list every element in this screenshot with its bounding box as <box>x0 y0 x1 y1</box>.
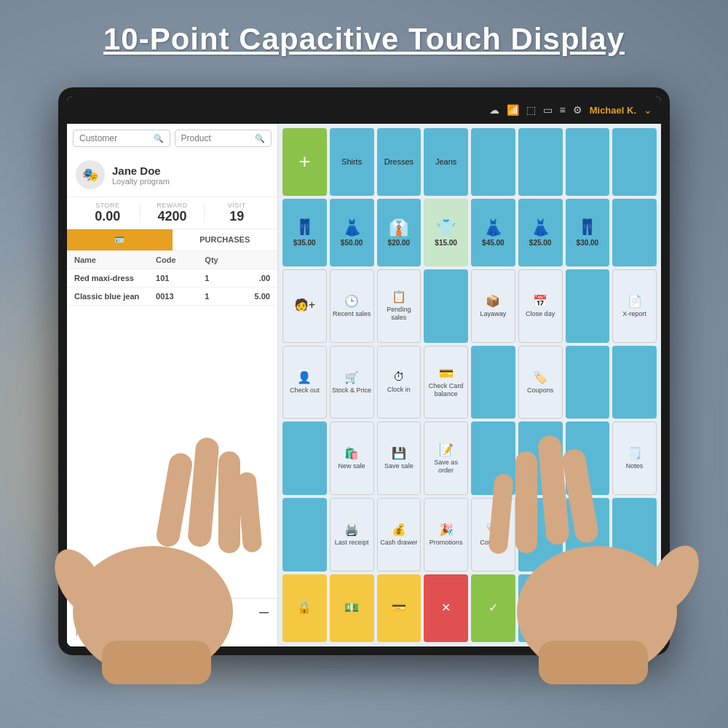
save-sale-button[interactable]: 💾 Save sale <box>377 422 422 495</box>
stats-row: STORE 0.00 REWARD 4200 VISIT 19 <box>67 197 277 229</box>
close-day-button[interactable]: 📅 Close day <box>518 269 563 343</box>
pending-sales-button[interactable]: 📋 Pending sales <box>377 269 422 343</box>
coupons-icon: 🏷️ <box>533 371 547 384</box>
customer-search-box[interactable]: 🔍 <box>73 130 170 147</box>
payment-yellow2-icon: 💵 <box>344 601 359 614</box>
product-6-img: 👗 <box>531 218 550 237</box>
settings-icon: ⚙ <box>573 104 582 116</box>
last-receipt-button[interactable]: 🖨️ Last receipt <box>330 498 374 571</box>
col-name-header: Name <box>74 256 156 264</box>
user-chevron-icon: ⌄ <box>644 104 652 116</box>
visit-label: VISIT <box>205 202 269 209</box>
recent-sales-button[interactable]: 🕒 Recent sales <box>330 269 374 343</box>
payment-yellow3-button[interactable]: 💳 <box>377 574 422 642</box>
total-area: TOTAL — TAX NET <box>67 598 277 646</box>
net-label: NET <box>76 629 92 638</box>
product-6-price: $25.00 <box>529 239 552 247</box>
payment-yellow2-button[interactable]: 💵 <box>330 574 374 642</box>
row4-empty3 <box>612 346 657 419</box>
category-jeans[interactable]: Jeans <box>424 128 468 196</box>
store-value: 0.00 <box>76 209 140 224</box>
row2-price: 5.00 <box>229 292 270 301</box>
product-7[interactable]: 👖 $30.00 <box>566 199 610 266</box>
payment-yellow-button[interactable]: 🔒 <box>282 574 327 642</box>
category-dresses[interactable]: Dresses <box>377 128 422 196</box>
product-empty[interactable] <box>612 199 657 266</box>
x-report-button[interactable]: 📄 X-report <box>612 269 657 343</box>
layaway-button[interactable]: 📦 Layaway <box>471 269 515 343</box>
checkout-button[interactable]: 👤 Check out <box>282 346 327 419</box>
payment-green-button[interactable]: ✓ <box>471 574 515 642</box>
stock-price-button[interactable]: 🛒 Stock & Price <box>330 346 374 419</box>
product-4[interactable]: 👕 $15.00 <box>424 199 468 266</box>
cash-drawer-button[interactable]: 💰 Cash drawer <box>377 498 422 571</box>
product-7-price: $30.00 <box>577 239 599 247</box>
reward-stat: REWARD 4200 <box>141 202 205 224</box>
cash-drawer-label: Cash drawer <box>380 539 417 547</box>
product-6[interactable]: 👗 $25.00 <box>518 199 563 266</box>
payment-red-icon: ✕ <box>441 601 451 614</box>
customer-search-input[interactable] <box>79 133 151 143</box>
coupons2-icon: 🏷️ <box>486 523 500 537</box>
save-order-button[interactable]: 📝 Save as order <box>424 422 468 495</box>
save-order-label: Save as order <box>426 459 466 475</box>
left-panel: 🔍 🔍 🎭 Jane Doe Loyalty program <box>67 124 278 646</box>
pay-empty1 <box>518 574 563 642</box>
add-customer-button[interactable]: 🧑+ <box>282 269 327 343</box>
card-balance-icon: 💳 <box>439 366 454 380</box>
monitor-frame: ☁ 📶 ⬚ ▭ ≡ ⚙ Michael K. ⌄ 🔍 <box>58 87 670 655</box>
recent-sales-label: Recent sales <box>333 310 371 318</box>
right-panel: + Shirts Dresses Jeans 👖 $35.00 👗 <box>278 124 661 646</box>
promotions-icon: 🎉 <box>439 523 454 537</box>
product-5-price: $45.00 <box>482 239 505 247</box>
order-tabs: 🪪 PURCHASES <box>67 229 277 251</box>
stock-price-icon: 🛒 <box>344 371 359 384</box>
product-search-input[interactable] <box>181 133 253 143</box>
screen: ☁ 📶 ⬚ ▭ ≡ ⚙ Michael K. ⌄ 🔍 <box>67 96 661 646</box>
product-3[interactable]: 👔 $20.00 <box>377 199 422 266</box>
product-1[interactable]: 👖 $35.00 <box>282 199 327 266</box>
x-report-icon: 📄 <box>628 294 642 308</box>
tab-purchases[interactable]: PURCHASES <box>173 229 278 250</box>
category-shirts[interactable]: Shirts <box>330 128 374 196</box>
new-sale-button[interactable]: 🛍️ New sale <box>330 422 374 495</box>
product-2[interactable]: 👗 $50.00 <box>330 199 374 266</box>
layaway-icon: 📦 <box>486 294 500 308</box>
category-empty2[interactable] <box>518 128 563 196</box>
coupons-button[interactable]: 🏷️ Coupons <box>518 346 563 419</box>
topbar: ☁ 📶 ⬚ ▭ ≡ ⚙ Michael K. ⌄ <box>67 96 661 124</box>
coupons2-button[interactable]: 🏷️ Coupons <box>471 498 515 571</box>
product-5[interactable]: 👗 $45.00 <box>471 199 515 266</box>
category-empty3[interactable] <box>566 128 610 196</box>
clock-in-button[interactable]: ⏱ Clock in <box>377 346 422 419</box>
customer-avatar: 🎭 <box>76 160 105 189</box>
cloud-icon: ☁ <box>489 104 499 116</box>
tax-label: TAX <box>76 619 91 628</box>
payment-yellow3-icon: 💳 <box>392 601 406 614</box>
order-table: Name Code Qty Red maxi-dress 101 1 .00 C… <box>67 251 277 598</box>
row6-empty1 <box>282 498 327 571</box>
close-day-label: Close day <box>526 310 555 318</box>
promotions-button[interactable]: 🎉 Promotions <box>424 498 468 571</box>
row4-empty2 <box>566 346 610 419</box>
action-empty1 <box>424 269 468 343</box>
add-customer-icon: 🧑+ <box>294 298 315 312</box>
row2-code: 0013 <box>156 292 205 301</box>
add-product-button[interactable]: + <box>282 128 327 196</box>
notes-button[interactable]: 🗒️ Notes <box>612 422 657 495</box>
row2-name: Classic blue jean <box>74 292 156 301</box>
visit-value: 19 <box>205 209 269 224</box>
search-area: 🔍 🔍 <box>67 124 277 153</box>
signal-icon: 📶 <box>507 104 519 116</box>
reward-value: 4200 <box>141 209 205 224</box>
payment-red-button[interactable]: ✕ <box>424 574 468 642</box>
category-empty1[interactable] <box>471 128 515 196</box>
card-balance-button[interactable]: 💳 Check Card balance <box>424 346 468 419</box>
coupons2-label: Coupons <box>480 539 506 547</box>
product-search-box[interactable]: 🔍 <box>175 130 272 147</box>
display-icon: ⬚ <box>526 104 536 116</box>
category-empty4[interactable] <box>612 128 657 196</box>
tab-id[interactable]: 🪪 <box>67 229 173 250</box>
page-title: 10-Point Capacitive Touch Display <box>0 22 728 57</box>
customer-loyalty: Loyalty program <box>112 177 170 186</box>
